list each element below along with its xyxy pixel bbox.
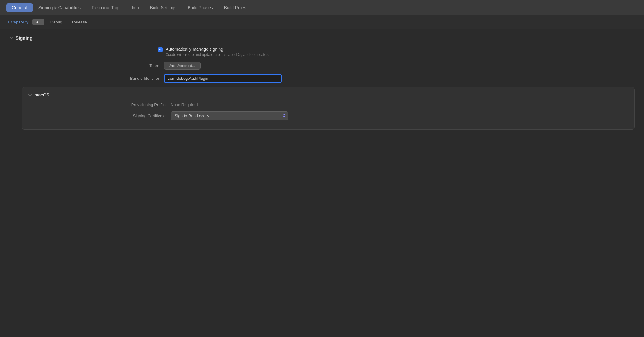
team-row: Team Add Account...	[15, 62, 635, 70]
macos-section: macOS Provisioning Profile None Required…	[22, 87, 635, 130]
tab-general[interactable]: General	[6, 3, 33, 12]
bundle-identifier-input[interactable]	[164, 74, 282, 83]
provisioning-profile-value: None Required	[171, 102, 198, 107]
provisioning-profile-label: Provisioning Profile	[22, 102, 171, 107]
filter-release-button[interactable]: Release	[68, 19, 91, 25]
bundle-identifier-label: Bundle Identifier	[15, 76, 164, 81]
tab-bar: General Signing & Capabilities Resource …	[0, 0, 644, 15]
signing-section-header: Signing	[9, 35, 635, 41]
signing-certificate-row: Signing Certificate Sign to Run Locally …	[22, 111, 634, 120]
signing-area: Automatically manage signing Xcode will …	[15, 47, 635, 130]
signing-certificate-select[interactable]: Sign to Run Locally ▲ ▼	[171, 111, 288, 120]
macos-section-header: macOS	[22, 92, 634, 97]
tab-signing-capabilities[interactable]: Signing & Capabilities	[33, 3, 86, 12]
macos-chevron-down-icon	[28, 93, 32, 97]
auto-manage-signing-row: Automatically manage signing Xcode will …	[158, 47, 635, 57]
main-content: Signing Automatically manage signing Xco…	[0, 29, 644, 148]
provisioning-profile-row: Provisioning Profile None Required	[22, 102, 634, 107]
add-capability-button[interactable]: + Capability	[6, 19, 30, 25]
tab-info[interactable]: Info	[126, 3, 144, 12]
tab-build-rules[interactable]: Build Rules	[219, 3, 252, 12]
tab-build-phases[interactable]: Build Phases	[182, 3, 219, 12]
add-account-button[interactable]: Add Account...	[164, 62, 201, 70]
tab-resource-tags[interactable]: Resource Tags	[86, 3, 126, 12]
auto-manage-signing-label: Automatically manage signing	[166, 47, 269, 52]
bottom-divider	[9, 139, 635, 139]
signing-section-title: Signing	[15, 35, 33, 41]
select-arrows-icon: ▲ ▼	[283, 113, 285, 118]
auto-manage-signing-text: Automatically manage signing Xcode will …	[166, 47, 269, 57]
team-label: Team	[15, 63, 164, 68]
filter-all-button[interactable]: All	[32, 19, 44, 25]
bundle-identifier-row: Bundle Identifier	[15, 74, 635, 83]
filter-bar: + Capability All Debug Release	[0, 15, 644, 29]
auto-manage-signing-sublabel: Xcode will create and update profiles, a…	[166, 53, 269, 57]
signing-certificate-label: Signing Certificate	[22, 113, 171, 118]
tab-build-settings[interactable]: Build Settings	[145, 3, 182, 12]
filter-debug-button[interactable]: Debug	[47, 19, 66, 25]
signing-certificate-value: Sign to Run Locally	[175, 113, 209, 118]
chevron-down-icon	[9, 36, 13, 40]
macos-section-title: macOS	[34, 92, 49, 97]
auto-manage-signing-checkbox[interactable]	[158, 47, 163, 52]
